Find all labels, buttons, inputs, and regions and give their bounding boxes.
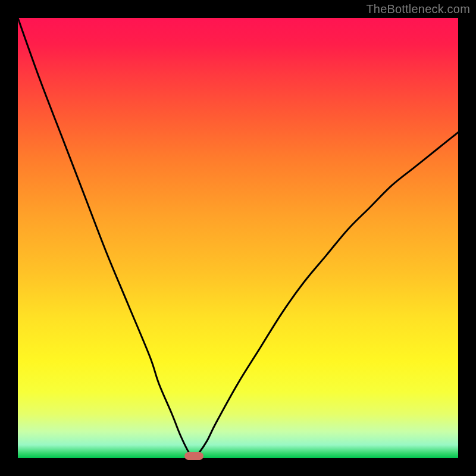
bottleneck-curve-path [18, 18, 458, 458]
plot-area [18, 18, 458, 458]
optimum-marker [184, 452, 203, 460]
chart-frame: TheBottleneck.com [0, 0, 476, 476]
watermark-text: TheBottleneck.com [366, 2, 470, 16]
curve-svg [18, 18, 458, 458]
